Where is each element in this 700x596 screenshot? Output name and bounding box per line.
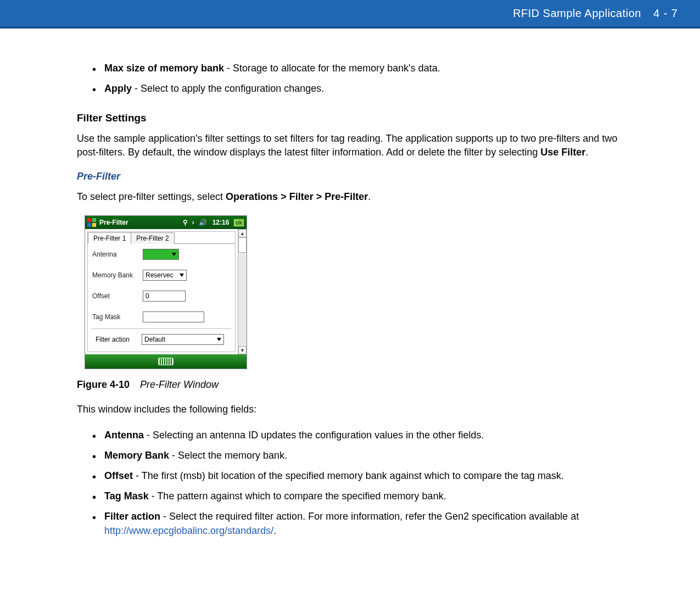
menu-path: Operations > Filter > Pre-Filter: [226, 191, 368, 202]
page-content: Max size of memory bank - Storage to all…: [0, 29, 700, 563]
clock: 12:16: [212, 219, 229, 226]
figure-label: Figure 4-10: [77, 379, 130, 390]
tag-mask-label: Tag Mask: [92, 313, 143, 321]
window-title: Pre-Filter: [99, 219, 128, 226]
filter-action-select[interactable]: Default: [142, 334, 224, 345]
bullet-term: Filter action: [104, 511, 160, 522]
bullet-term: Tag Mask: [104, 491, 149, 502]
fields-bullet-list: Antenna - Selecting an antenna ID update…: [77, 428, 634, 538]
bullet-desc: - Storage to allocate for the memory ban…: [224, 63, 440, 74]
figure-title: Pre-Filter Window: [140, 379, 219, 390]
offset-label: Offset: [92, 292, 143, 300]
keyboard-icon[interactable]: [158, 358, 173, 365]
memory-bank-select[interactable]: Reservec: [143, 270, 187, 281]
signal-icon[interactable]: ⚲: [183, 219, 188, 226]
filter-settings-heading: Filter Settings: [77, 112, 634, 124]
offset-field[interactable]: 0: [143, 291, 186, 302]
scroll-up-icon[interactable]: ▲: [238, 229, 247, 237]
prefilter-window: Pre-Filter ⚲ › 🔊 12:16 ok Pre-Filter 1 P…: [85, 215, 247, 369]
bullet-desc: - Selecting an antenna ID updates the co…: [144, 430, 484, 441]
fields-intro: This window includes the following field…: [77, 403, 634, 416]
figure-caption: Figure 4-10 Pre-Filter Window: [77, 379, 634, 391]
list-item: Tag Mask - The pattern against which to …: [104, 489, 634, 503]
volume-icon[interactable]: 🔊: [199, 219, 207, 226]
text: .: [585, 147, 588, 158]
tab-prefilter-2[interactable]: Pre-Filter 2: [131, 232, 174, 244]
ok-button[interactable]: ok: [233, 219, 244, 227]
antenna-label: Antenna: [92, 250, 143, 258]
header-title: RFID Sample Application: [513, 7, 641, 20]
list-item: Apply - Select to apply the configuratio…: [104, 82, 634, 96]
tabs: Pre-Filter 1 Pre-Filter 2: [88, 232, 235, 244]
use-filter-term: Use Filter: [540, 147, 585, 158]
list-item: Filter action - Select the required filt…: [104, 510, 634, 537]
form-panel: Pre-Filter 1 Pre-Filter 2 Antenna Memory…: [87, 231, 236, 352]
text: .: [273, 525, 276, 536]
text: To select pre-filter settings, select: [77, 191, 226, 202]
tag-mask-field[interactable]: [143, 311, 204, 322]
window-bottombar: [85, 354, 247, 369]
bullet-desc: - Select the memory bank.: [169, 450, 287, 461]
bullet-term: Offset: [104, 470, 133, 481]
bullet-term: Memory Bank: [104, 450, 169, 461]
scroll-thumb[interactable]: [238, 237, 247, 253]
bullet-desc: - Select the required filter action. For…: [160, 511, 579, 522]
text: .: [368, 191, 371, 202]
scroll-down-icon[interactable]: ▼: [238, 346, 247, 354]
filter-settings-paragraph: Use the sample application's filter sett…: [77, 132, 634, 159]
header-page: 4 - 7: [653, 7, 678, 20]
antenna-select[interactable]: [143, 249, 179, 260]
start-icon[interactable]: [87, 218, 96, 227]
window-titlebar: Pre-Filter ⚲ › 🔊 12:16 ok: [85, 216, 247, 229]
list-item: Memory Bank - Select the memory bank.: [104, 449, 634, 463]
list-item: Max size of memory bank - Storage to all…: [104, 62, 634, 75]
text: Use the sample application's filter sett…: [77, 133, 618, 157]
list-item: Offset - The first (msb) bit location of…: [104, 469, 634, 483]
intro-bullet-list: Max size of memory bank - Storage to all…: [77, 62, 634, 96]
prefilter-paragraph: To select pre-filter settings, select Op…: [77, 190, 634, 203]
bullet-desc: - Select to apply the configuration chan…: [132, 83, 324, 94]
vertical-scrollbar[interactable]: ▲ ▼: [238, 229, 247, 354]
prefilter-heading: Pre-Filter: [77, 171, 634, 182]
connectivity-icon[interactable]: ›: [192, 219, 194, 226]
list-item: Antenna - Selecting an antenna ID update…: [104, 428, 634, 442]
bullet-term: Antenna: [104, 430, 144, 441]
memory-bank-label: Memory Bank: [92, 271, 143, 279]
standards-link[interactable]: http://www.epcglobalinc.org/standards/: [104, 525, 273, 536]
tab-prefilter-1[interactable]: Pre-Filter 1: [88, 232, 131, 244]
bullet-term: Apply: [104, 83, 132, 94]
bullet-desc: - The pattern against which to compare t…: [149, 491, 446, 502]
bullet-desc: - The first (msb) bit location of the sp…: [133, 470, 564, 481]
bullet-term: Max size of memory bank: [104, 63, 224, 74]
filter-action-label: Filter action: [96, 336, 142, 343]
page-header: RFID Sample Application 4 - 7: [0, 0, 700, 29]
